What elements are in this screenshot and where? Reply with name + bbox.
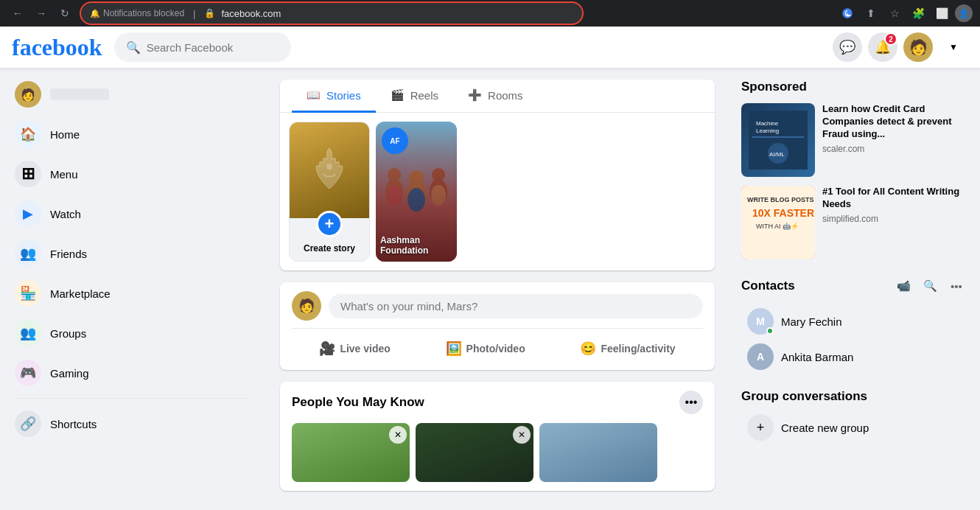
sidebar-item-watch[interactable]: ▶ Watch [6, 195, 259, 233]
watch-icon: ▶ [15, 200, 41, 227]
star-icon[interactable]: ☆ [884, 3, 905, 24]
composer-divider [292, 328, 703, 329]
composer-actions: 🎥 Live video 🖼️ Photo/video 😊 Feeling/ac… [292, 336, 703, 361]
header-icons: 💬 🔔 2 🧑 ▼ [833, 32, 968, 62]
tab-reels[interactable]: 🎬 Reels [376, 80, 453, 113]
sidebar-label-menu: Menu [50, 168, 78, 181]
live-video-action[interactable]: 🎥 Live video [310, 336, 399, 361]
sidebar-label-gaming: Gaming [50, 367, 89, 380]
sidebar-item-marketplace[interactable]: 🏪 Marketplace [6, 274, 259, 312]
live-video-icon: 🎥 [319, 340, 335, 357]
stories-content: + Create story [280, 113, 715, 270]
video-call-button[interactable]: 📹 [892, 274, 915, 298]
pymk-more-button[interactable]: ••• [679, 391, 703, 414]
messenger-button[interactable]: 💬 [833, 32, 862, 62]
pymk-person-2[interactable]: ✕ [416, 423, 533, 482]
contacts-section: Contacts 📹 🔍 ••• M Mary Fechin [741, 274, 968, 374]
create-group-icon: + [747, 414, 774, 441]
composer-top: 🧑 [292, 291, 703, 321]
svg-text:Learning: Learning [756, 128, 779, 134]
composer-input[interactable] [329, 294, 703, 318]
contact-item-mary[interactable]: M Mary Fechin [741, 304, 968, 339]
feed-content: 📖 Stories 🎬 Reels ➕ Rooms [280, 80, 715, 491]
sidebar-label-friends: Friends [50, 248, 87, 260]
more-contacts-button[interactable]: ••• [945, 274, 968, 298]
ad-domain-2: simplified.com [822, 214, 968, 224]
ad-item-2[interactable]: WRITE BLOG POSTS 10X FASTER WITH AI 🤖⚡ #… [741, 186, 968, 259]
contacts-actions: 📹 🔍 ••• [892, 274, 968, 298]
live-video-label: Live video [340, 343, 390, 354]
pymk-header: People You May Know ••• [292, 391, 703, 414]
back-button[interactable]: ← [7, 3, 28, 24]
url-text: facebook.com [221, 8, 281, 19]
sidebar-user-item[interactable]: 🧑 [6, 75, 259, 113]
sidebar-item-gaming[interactable]: 🎮 Gaming [6, 354, 259, 392]
sidebar-item-groups[interactable]: 👥 Groups [6, 314, 259, 352]
sidebar-item-friends[interactable]: 👥 Friends [6, 234, 259, 273]
pymk-close-2[interactable]: ✕ [513, 426, 531, 444]
browser-actions: ⬆ ☆ 🧩 ⬜ 👤 [837, 3, 973, 24]
messenger-icon: 💬 [839, 39, 855, 55]
search-contacts-button[interactable]: 🔍 [918, 274, 942, 298]
browser-chrome: ← → ↻ 🔔 Notifications blocked | 🔒 facebo… [0, 0, 980, 27]
feeling-action[interactable]: 😊 Feeling/activity [571, 336, 684, 361]
tab-rooms[interactable]: ➕ Rooms [453, 80, 538, 113]
ad-text-2: #1 Tool for All Content Writing Needs si… [822, 186, 968, 259]
sidebar-item-home[interactable]: 🏠 Home [6, 115, 259, 153]
forward-button[interactable]: → [31, 3, 52, 24]
pymk-close-1[interactable]: ✕ [389, 426, 407, 444]
contact-avatar-mary: M [747, 308, 774, 335]
contact-item-ankita[interactable]: A Ankita Barman [741, 339, 968, 374]
notification-badge: 2 [884, 32, 897, 46]
ad-text-1: Learn how Credit Card Companies detect &… [822, 103, 968, 177]
sidebar-user-name [50, 88, 109, 100]
gaming-icon: 🎮 [15, 360, 41, 386]
share-icon[interactable]: ⬆ [861, 3, 881, 24]
sidebar-item-shortcuts[interactable]: 🔗 Shortcuts [6, 405, 259, 443]
header-dropdown-button[interactable]: ▼ [939, 32, 968, 62]
stories-tab-label: Stories [326, 89, 361, 102]
contact-name-mary: Mary Fechin [781, 315, 842, 328]
create-story-label: Create story [301, 243, 358, 254]
ad-domain-1: scaler.com [822, 144, 968, 154]
window-icon[interactable]: ⬜ [931, 3, 952, 24]
extensions-icon[interactable]: 🧩 [908, 3, 928, 24]
photo-video-action[interactable]: 🖼️ Photo/video [437, 336, 534, 361]
reload-button[interactable]: ↻ [55, 3, 75, 24]
shortcuts-icon: 🔗 [15, 411, 41, 437]
browser-profile[interactable]: 👤 [955, 4, 973, 22]
story-user-avatar: AF [382, 128, 408, 154]
friends-icon: 👥 [15, 240, 41, 267]
create-story-item[interactable]: + Create story [289, 122, 370, 262]
search-input[interactable] [147, 41, 279, 54]
pymk-card: People You May Know ••• ✕ ✕ [280, 382, 715, 491]
search-bar[interactable]: 🔍 [114, 32, 291, 62]
url-bar[interactable]: 🔔 Notifications blocked | 🔒 facebook.com [81, 3, 582, 24]
google-icon[interactable] [837, 3, 858, 24]
fb-main: 📖 Stories 🎬 Reels ➕ Rooms [265, 68, 729, 510]
sidebar-divider [15, 398, 251, 399]
online-indicator-mary [766, 327, 774, 335]
user-avatar-header[interactable]: 🧑 [903, 32, 933, 62]
create-group-button[interactable]: + Create new group [741, 410, 968, 445]
create-story-plus-icon: + [316, 211, 343, 237]
svg-text:Machine: Machine [756, 120, 779, 127]
story-item-aashman[interactable]: AF Aashman Foundation [376, 122, 457, 262]
create-story-art-area [290, 122, 369, 218]
groups-icon: 👥 [15, 320, 41, 346]
sidebar-label-marketplace: Marketplace [50, 287, 111, 300]
fb-logo[interactable]: facebook [12, 34, 102, 61]
fb-header: facebook 🔍 💬 🔔 2 🧑 ▼ [0, 27, 980, 68]
tab-stories[interactable]: 📖 Stories [292, 80, 376, 113]
create-group-label: Create new group [781, 422, 869, 434]
menu-icon: ⊞ [15, 161, 41, 187]
ad-image-1: Machine Learning AI/ML [741, 103, 815, 177]
sidebar-item-menu[interactable]: ⊞ Menu [6, 155, 259, 193]
pymk-person-1[interactable]: ✕ [292, 423, 410, 482]
group-conv-title: Group conversations [741, 389, 968, 404]
ad-item-1[interactable]: Machine Learning AI/ML Learn how Credit … [741, 103, 968, 177]
feeling-label: Feeling/activity [601, 343, 675, 354]
pymk-person-3[interactable] [539, 423, 657, 482]
notifications-button[interactable]: 🔔 2 [868, 32, 897, 62]
home-icon: 🏠 [15, 121, 41, 147]
